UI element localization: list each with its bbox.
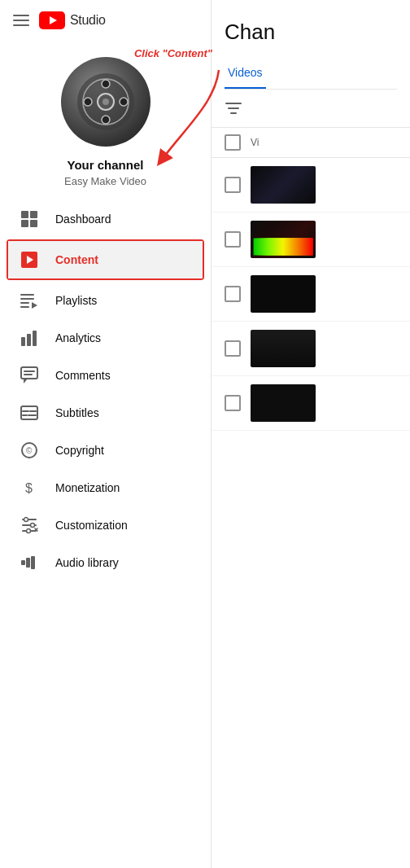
filter-row [212, 90, 410, 128]
comments-icon [20, 366, 39, 385]
customization-label: Customization [55, 519, 128, 532]
dashboard-label: Dashboard [55, 213, 111, 226]
filter-icon [225, 99, 242, 117]
video-thumbnail [251, 384, 316, 422]
table-row[interactable] [212, 322, 410, 376]
playlists-icon [20, 291, 39, 310]
video-thumbnail [251, 166, 316, 204]
channel-name: Your channel [68, 158, 144, 172]
svg-point-8 [84, 98, 92, 106]
svg-marker-21 [32, 302, 37, 309]
content-icon [20, 250, 39, 270]
main-header: Chan Videos [212, 0, 410, 90]
analytics-label: Analytics [55, 331, 101, 344]
svg-text:$: $ [25, 481, 33, 495]
svg-rect-11 [21, 211, 28, 218]
svg-point-7 [102, 116, 110, 124]
sidebar-item-monetization[interactable]: $ Monetization [0, 469, 211, 506]
svg-text:©: © [26, 446, 33, 455]
svg-rect-24 [33, 331, 37, 346]
table-row[interactable] [212, 376, 410, 431]
svg-point-5 [102, 99, 109, 105]
table-row[interactable] [212, 158, 410, 213]
audio-icon [20, 553, 39, 572]
dashboard-icon [20, 209, 39, 229]
channel-avatar[interactable] [61, 57, 150, 147]
tabs-row: Videos [225, 58, 397, 90]
subtitles-label: Subtitles [55, 406, 99, 419]
svg-rect-46 [26, 558, 30, 568]
row-checkbox[interactable] [225, 177, 241, 193]
page-title: Chan [225, 20, 397, 45]
svg-rect-12 [30, 211, 37, 218]
svg-rect-29 [21, 406, 37, 419]
content-item-wrapper: Content [7, 239, 204, 280]
hamburger-icon[interactable] [13, 15, 29, 26]
customization-icon [20, 515, 39, 535]
svg-point-40 [24, 518, 28, 522]
sidebar-item-comments[interactable]: Comments [0, 357, 211, 394]
svg-point-6 [102, 80, 110, 88]
channel-handle: Easy Make Video [64, 175, 146, 187]
sidebar-item-subtitles[interactable]: Subtitles [0, 394, 211, 432]
copyright-label: Copyright [55, 444, 104, 457]
svg-point-42 [27, 529, 31, 533]
comments-label: Comments [55, 369, 111, 382]
sidebar-item-copyright[interactable]: © Copyright [0, 432, 211, 469]
tab-videos[interactable]: Videos [225, 58, 266, 89]
svg-marker-28 [24, 379, 28, 384]
svg-rect-23 [27, 334, 31, 346]
video-thumbnail [251, 221, 316, 258]
playlists-label: Playlists [55, 294, 97, 307]
copyright-icon: © [20, 441, 39, 460]
channel-section: Click "Content" Your channel Easy Make V… [0, 41, 211, 200]
row-checkbox[interactable] [225, 286, 241, 302]
analytics-icon [20, 328, 39, 348]
sidebar-item-content[interactable]: Content [8, 241, 203, 278]
table-row[interactable] [212, 267, 410, 322]
svg-rect-22 [21, 337, 25, 346]
subtitles-icon [20, 403, 39, 423]
sidebar-nav: Dashboard Content [0, 200, 211, 581]
avatar-image [73, 69, 138, 134]
column-header-video: Vi [251, 137, 259, 148]
row-checkbox[interactable] [225, 340, 241, 357]
sidebar-item-customization[interactable]: Customization [0, 506, 211, 544]
select-all-checkbox[interactable] [225, 134, 241, 151]
table-header: Vi [212, 128, 410, 158]
svg-rect-14 [30, 220, 37, 227]
row-checkbox[interactable] [225, 395, 241, 411]
monetization-label: Monetization [55, 481, 120, 494]
table-row[interactable] [212, 213, 410, 267]
sidebar-item-audio[interactable]: Audio library [0, 544, 211, 581]
youtube-logo-icon [39, 11, 65, 29]
video-thumbnail [251, 330, 316, 367]
sidebar-item-playlists[interactable]: Playlists [0, 282, 211, 319]
svg-rect-25 [21, 367, 37, 379]
svg-point-9 [120, 98, 128, 106]
annotation-text: Click "Content" [134, 47, 212, 59]
filter-button[interactable] [225, 99, 242, 117]
content-label: Content [55, 253, 98, 266]
svg-rect-45 [21, 560, 25, 565]
logo-area: Studio [39, 11, 106, 29]
sidebar-item-analytics[interactable]: Analytics [0, 319, 211, 357]
audio-label: Audio library [55, 556, 119, 569]
row-checkbox[interactable] [225, 231, 241, 248]
sidebar: Studio Click "Content" [0, 0, 212, 868]
top-bar: Studio [0, 0, 211, 41]
svg-point-41 [31, 524, 35, 528]
main-panel: Chan Videos Vi [212, 0, 410, 868]
sidebar-item-dashboard[interactable]: Dashboard [0, 200, 211, 238]
video-thumbnail [251, 275, 316, 313]
svg-rect-47 [31, 556, 35, 569]
monetization-icon: $ [20, 478, 39, 498]
svg-rect-13 [21, 220, 28, 227]
studio-label: Studio [70, 13, 106, 28]
